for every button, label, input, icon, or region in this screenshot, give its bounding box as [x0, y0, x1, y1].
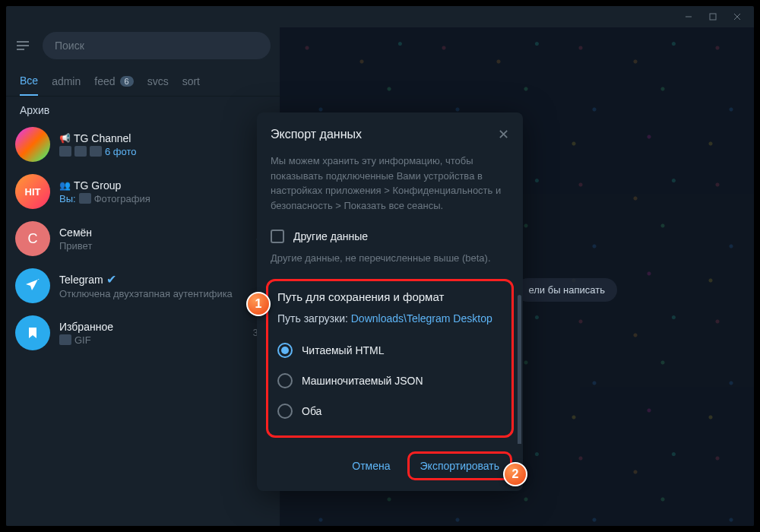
chat-content: Семён Привет	[59, 226, 246, 252]
chat-content: Избранное GIF	[59, 321, 244, 346]
path-value[interactable]: Downloads\Telegram Desktop	[351, 312, 492, 325]
photo-thumb	[74, 146, 87, 157]
subtitle-text: GIF	[74, 334, 91, 346]
photo-thumb	[90, 146, 102, 157]
tab-badge: 6	[120, 76, 134, 87]
close-icon[interactable]: ✕	[498, 126, 509, 143]
cancel-button[interactable]: Отмена	[341, 451, 401, 480]
chat-title: Семён	[59, 226, 92, 239]
section-title: Путь для сохранения и формат	[274, 290, 505, 303]
other-data-checkbox-row[interactable]: Другие данные	[257, 223, 523, 249]
tab-label: sort	[182, 75, 200, 87]
avatar: С	[15, 221, 50, 256]
chat-title: TG Group	[74, 179, 121, 192]
radio-both[interactable]: Оба	[274, 396, 505, 426]
chat-item[interactable]: HIT 👥 TG Group Вы: Фотография	[6, 168, 280, 215]
photo-thumb	[59, 146, 71, 157]
sidebar: Все admin feed6 svcs sort Архив 📢 TG Cha…	[6, 27, 280, 526]
maximize-button[interactable]	[701, 9, 725, 24]
radio-html[interactable]: Читаемый HTML	[274, 335, 505, 366]
search-input[interactable]	[43, 32, 271, 59]
chat-subtitle: GIF	[59, 334, 244, 346]
titlebar	[6, 6, 754, 27]
avatar: HIT	[15, 174, 50, 209]
checkbox-label: Другие данные	[293, 230, 368, 242]
modal-actions: Отмена Экспортировать	[257, 444, 523, 480]
app-window: Все admin feed6 svcs sort Архив 📢 TG Cha…	[6, 6, 754, 526]
radio[interactable]	[277, 373, 293, 388]
chat-subtitle: Отключена двухэтапная аутентифика	[59, 288, 271, 299]
chat-subtitle: Вы: Фотография	[59, 193, 271, 204]
tab-label: feed	[94, 75, 115, 87]
tab-label: svcs	[147, 75, 169, 87]
subtitle-text: Фотография	[94, 193, 150, 204]
radio-label: Машиночитаемый JSON	[302, 375, 423, 387]
scrollbar[interactable]	[518, 158, 521, 398]
path-format-section: Путь для сохранения и формат Путь загруз…	[266, 279, 514, 438]
chat-content: 👥 TG Group Вы: Фотография	[59, 179, 271, 204]
download-path-row[interactable]: Путь загрузки: Downloads\Telegram Deskto…	[274, 312, 505, 335]
export-button[interactable]: Экспортировать	[407, 451, 512, 480]
avatar	[15, 315, 50, 350]
svg-rect-1	[710, 14, 716, 20]
you-prefix: Вы:	[59, 193, 76, 204]
chat-content: 📢 TG Channel 6 фото	[59, 132, 271, 157]
chat-title: TG Channel	[74, 132, 131, 144]
tab-all[interactable]: Все	[20, 70, 38, 96]
radio-label: Оба	[302, 405, 321, 417]
chat-subtitle: 6 фото	[59, 146, 271, 157]
modal-title: Экспорт данных	[271, 128, 362, 141]
archive-header: Архив	[6, 97, 280, 121]
verified-icon: ✔	[106, 272, 116, 287]
chat-item[interactable]: Избранное GIF 31.1	[6, 309, 280, 356]
radio[interactable]	[277, 404, 293, 419]
megaphone-icon: 📢	[59, 133, 71, 144]
radio[interactable]	[277, 343, 293, 358]
export-dialog: Экспорт данных ✕ Мы можем хранить эту ин…	[257, 112, 523, 491]
tab-label: Все	[20, 74, 38, 87]
menu-icon[interactable]	[15, 40, 30, 51]
avatar	[15, 268, 50, 303]
scrollbar-thumb[interactable]	[518, 295, 521, 444]
chat-title: Избранное	[59, 321, 113, 333]
chat-subtitle: Привет	[59, 240, 246, 252]
chat-content: Telegram ✔ Отключена двухэтапная аутенти…	[59, 272, 271, 299]
hint-pill: ели бы написать	[516, 278, 617, 302]
close-button[interactable]	[725, 9, 749, 24]
other-data-description: Другие данные, не перечисленные выше (be…	[257, 249, 523, 276]
checkbox[interactable]	[271, 230, 284, 243]
tab-svcs[interactable]: svcs	[147, 70, 169, 96]
callout-one: 1	[246, 292, 271, 316]
group-icon: 👥	[59, 180, 71, 191]
tab-feed[interactable]: feed6	[94, 70, 133, 96]
app-body: Все admin feed6 svcs sort Архив 📢 TG Cha…	[6, 27, 754, 526]
chat-item[interactable]: С Семён Привет ✓✓	[6, 215, 280, 262]
chat-item[interactable]: Telegram ✔ Отключена двухэтапная аутенти…	[6, 262, 280, 309]
folder-tabs: Все admin feed6 svcs sort	[6, 64, 280, 97]
photo-thumb	[79, 193, 91, 204]
modal-body: Мы можем хранить эту информацию, чтобы п…	[257, 150, 523, 444]
radio-json[interactable]: Машиночитаемый JSON	[274, 366, 505, 396]
chat-list: 📢 TG Channel 6 фото HIT	[6, 121, 280, 526]
avatar	[15, 127, 50, 162]
tab-sort[interactable]: sort	[182, 70, 200, 96]
radio-label: Читаемый HTML	[302, 344, 385, 356]
tab-admin[interactable]: admin	[52, 70, 81, 96]
chat-item[interactable]: 📢 TG Channel 6 фото	[6, 121, 280, 168]
path-label: Путь загрузки:	[277, 312, 351, 325]
callout-two: 2	[503, 462, 527, 486]
chat-title: Telegram	[59, 274, 103, 286]
modal-description: Мы можем хранить эту информацию, чтобы п…	[257, 150, 523, 223]
gif-thumb	[59, 334, 71, 345]
modal-header: Экспорт данных ✕	[257, 126, 523, 150]
search-row	[6, 27, 280, 64]
photo-count: 6 фото	[105, 146, 137, 157]
tab-label: admin	[52, 75, 81, 87]
minimize-button[interactable]	[676, 9, 701, 24]
